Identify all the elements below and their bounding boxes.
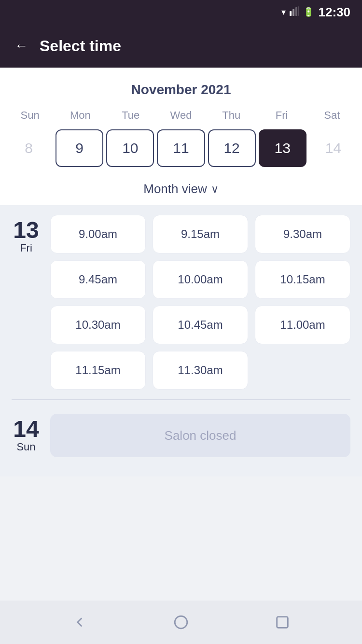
- day-block-14: 14 Sun Salon closed: [12, 414, 350, 457]
- svg-rect-3: [298, 6, 299, 16]
- nav-back-button[interactable]: [68, 610, 92, 634]
- day-header-sun: Sun: [5, 105, 55, 126]
- date-10[interactable]: 10: [106, 129, 154, 167]
- time-slot-1030am[interactable]: 10.30am: [50, 306, 146, 344]
- day-name-fri: Fri: [20, 242, 32, 254]
- svg-point-4: [175, 616, 187, 629]
- date-12[interactable]: 12: [208, 129, 256, 167]
- day-header-tue: Tue: [106, 105, 156, 126]
- date-13[interactable]: 13: [259, 129, 306, 167]
- date-11[interactable]: 11: [157, 129, 205, 167]
- wifi-icon: ▾: [281, 7, 286, 17]
- day-header-fri: Fri: [256, 105, 306, 126]
- timeslot-section: 13 Fri 9.00am 9.15am 9.30am 9.45am 10.00…: [0, 205, 362, 476]
- time-slot-1130am[interactable]: 11.30am: [153, 351, 248, 390]
- day-headers: Sun Mon Tue Wed Thu Fri Sat: [0, 105, 362, 126]
- svg-rect-0: [290, 11, 292, 16]
- day-header-sat: Sat: [307, 105, 357, 126]
- status-icons: ▾ 🔋: [281, 6, 314, 18]
- day-label-14: 14 Sun: [12, 414, 41, 457]
- day-divider: [12, 399, 350, 400]
- time-slots-grid-13: 9.00am 9.15am 9.30am 9.45am 10.00am 10.1…: [50, 215, 350, 390]
- status-bar: ▾ 🔋 12:30: [0, 0, 362, 24]
- month-view-label: Month view: [143, 182, 207, 196]
- signal-icon: [290, 6, 299, 18]
- salon-closed-message: Salon closed: [50, 414, 350, 457]
- chevron-down-icon: ∨: [211, 183, 219, 196]
- time-slot-930am[interactable]: 9.30am: [255, 215, 350, 253]
- date-14[interactable]: 14: [309, 129, 357, 167]
- month-view-toggle[interactable]: Month view ∨: [0, 175, 362, 205]
- calendar-section: November 2021 Sun Mon Tue Wed Thu Fri Sa…: [0, 68, 362, 205]
- nav-home-button[interactable]: [169, 610, 193, 634]
- day-number-14: 14: [13, 418, 39, 441]
- time-slot-1115am[interactable]: 11.15am: [50, 351, 146, 390]
- svg-rect-1: [292, 9, 294, 16]
- time-slot-1045am[interactable]: 10.45am: [153, 306, 248, 344]
- day-header-thu: Thu: [206, 105, 256, 126]
- bottom-nav: [0, 601, 362, 644]
- time-slot-945am[interactable]: 9.45am: [50, 260, 146, 299]
- date-9[interactable]: 9: [56, 129, 103, 167]
- date-8[interactable]: 8: [5, 129, 53, 167]
- time-slot-900am[interactable]: 9.00am: [50, 215, 146, 253]
- time-slot-1100am[interactable]: 11.00am: [255, 306, 350, 344]
- day-number-13: 13: [13, 219, 39, 242]
- month-year-label: November 2021: [0, 77, 362, 105]
- time-slot-915am[interactable]: 9.15am: [153, 215, 248, 253]
- status-time: 12:30: [319, 5, 351, 20]
- svg-rect-5: [277, 617, 288, 628]
- svg-rect-2: [295, 7, 297, 16]
- date-row: 8 9 10 11 12 13 14: [0, 126, 362, 175]
- time-slot-1015am[interactable]: 10.15am: [255, 260, 350, 299]
- page-title: Select time: [40, 37, 121, 55]
- day-name-sun: Sun: [16, 441, 35, 453]
- back-button[interactable]: ←: [14, 38, 28, 54]
- day-label-13: 13 Fri: [12, 215, 41, 390]
- nav-recents-button[interactable]: [270, 610, 294, 634]
- header: ← Select time: [0, 24, 362, 68]
- day-header-mon: Mon: [55, 105, 105, 126]
- battery-icon: 🔋: [303, 7, 314, 17]
- time-slot-1000am[interactable]: 10.00am: [153, 260, 248, 299]
- day-header-wed: Wed: [156, 105, 206, 126]
- day-block-13: 13 Fri 9.00am 9.15am 9.30am 9.45am 10.00…: [12, 215, 350, 390]
